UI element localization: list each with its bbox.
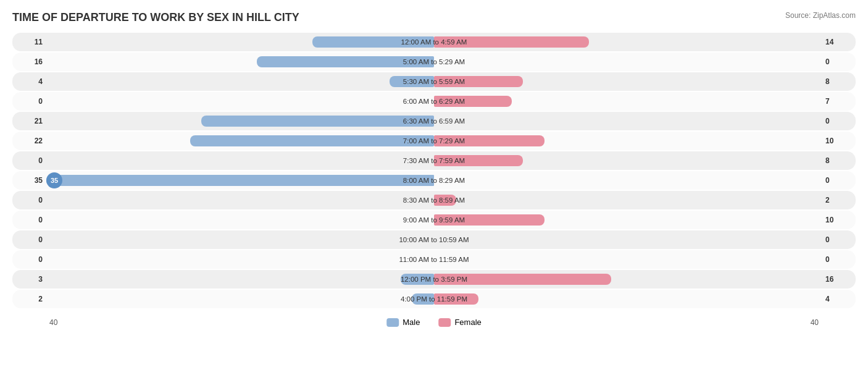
chart-container: TIME OF DEPARTURE TO WORK BY SEX IN HILL…	[0, 0, 868, 367]
male-value-label: 16	[12, 57, 46, 66]
female-value-label: 7	[822, 97, 856, 106]
bar-row: 1605:00 AM to 5:29 AM	[12, 53, 856, 71]
female-swatch	[438, 318, 451, 327]
male-value-label: 3	[12, 275, 46, 284]
bar-row: 22107:00 AM to 7:29 AM	[12, 132, 856, 150]
time-label: 9:00 AM to 9:59 AM	[403, 216, 465, 224]
female-value-label: 0	[822, 235, 856, 244]
female-value-label: 0	[822, 255, 856, 264]
bar-row: 0109:00 AM to 9:59 AM	[12, 211, 856, 229]
bar-inner: 11:00 AM to 11:59 AM	[46, 250, 822, 269]
male-value-label: 11	[12, 38, 46, 46]
time-label: 6:00 AM to 6:29 AM	[403, 98, 465, 105]
bar-inner: 5:00 AM to 5:29 AM	[46, 53, 822, 71]
bar-inner: 7:00 AM to 7:29 AM	[46, 132, 822, 150]
bar-inner: 7:30 AM to 7:59 AM	[46, 151, 822, 170]
bar-row: 0010:00 AM to 10:59 AM	[12, 230, 856, 249]
bar-row: 244:00 PM to 11:59 PM	[12, 290, 856, 308]
bar-row: 2106:30 AM to 6:59 AM	[12, 112, 856, 130]
female-value-label: 4	[822, 295, 856, 303]
time-label: 7:00 AM to 7:29 AM	[403, 137, 465, 145]
bar-inner: 12:00 AM to 4:59 AM	[46, 33, 822, 51]
rows-container: 111412:00 AM to 4:59 AM1605:00 AM to 5:2…	[12, 33, 856, 308]
female-value-label: 8	[822, 156, 856, 165]
male-value-label: 0	[12, 255, 46, 264]
bar-inner: 6:30 AM to 6:59 AM	[46, 112, 822, 130]
axis-left-label: 40	[49, 318, 57, 327]
female-value-label: 14	[822, 38, 856, 46]
female-value-label: 0	[822, 176, 856, 185]
bar-inner: 4:00 PM to 11:59 PM	[46, 290, 822, 308]
male-value-label: 22	[12, 137, 46, 145]
bar-row: 028:30 AM to 8:59 AM	[12, 191, 856, 209]
bar-row: 3508:00 AM to 8:29 AM35	[12, 171, 856, 190]
female-value-label: 10	[822, 216, 856, 224]
male-value-label: 0	[12, 196, 46, 205]
female-value-label: 0	[822, 57, 856, 66]
time-label: 12:00 AM to 4:59 AM	[401, 38, 467, 46]
bar-row: 087:30 AM to 7:59 AM	[12, 151, 856, 170]
male-value-label: 21	[12, 117, 46, 125]
female-value-label: 8	[822, 77, 856, 86]
legend-male: Male	[386, 318, 420, 327]
male-label: Male	[403, 318, 420, 327]
time-label: 4:00 PM to 11:59 PM	[401, 295, 467, 303]
female-value-label: 16	[822, 275, 856, 284]
bar-inner: 8:00 AM to 8:29 AM35	[46, 171, 822, 190]
bar-row: 076:00 AM to 6:29 AM	[12, 92, 856, 111]
male-value-label: 0	[12, 216, 46, 224]
male-bar	[190, 135, 434, 146]
bar-inner: 12:00 PM to 3:59 PM	[46, 270, 822, 289]
chart-area: 111412:00 AM to 4:59 AM1605:00 AM to 5:2…	[12, 33, 856, 327]
legend-female: Female	[438, 318, 481, 327]
male-value-label: 0	[12, 235, 46, 244]
female-value-label: 2	[822, 196, 856, 205]
male-value-label: 4	[12, 77, 46, 86]
bar-row: 31612:00 PM to 3:59 PM	[12, 270, 856, 289]
female-value-label: 10	[822, 137, 856, 145]
bar-inner: 5:30 AM to 5:59 AM	[46, 72, 822, 91]
time-label: 8:30 AM to 8:59 AM	[403, 196, 465, 204]
female-label: Female	[454, 318, 481, 327]
male-bar: 35	[46, 175, 434, 186]
time-label: 11:00 AM to 11:59 AM	[399, 256, 469, 263]
bar-row: 0011:00 AM to 11:59 AM	[12, 250, 856, 269]
bar-inner: 9:00 AM to 9:59 AM	[46, 211, 822, 229]
chart-title: TIME OF DEPARTURE TO WORK BY SEX IN HILL…	[12, 11, 856, 24]
bar-inner: 8:30 AM to 8:59 AM	[46, 191, 822, 209]
time-label: 8:00 AM to 8:29 AM	[403, 177, 465, 184]
axis-right-label: 40	[811, 318, 819, 327]
male-value-label: 0	[12, 156, 46, 165]
legend: Male Female	[386, 318, 482, 327]
bar-row: 111412:00 AM to 4:59 AM	[12, 33, 856, 51]
bar-inner: 6:00 AM to 6:29 AM	[46, 92, 822, 111]
bar-inner: 10:00 AM to 10:59 AM	[46, 230, 822, 249]
male-value-label: 0	[12, 97, 46, 106]
source-text: Source: ZipAtlas.com	[785, 11, 856, 20]
time-label: 5:00 AM to 5:29 AM	[403, 58, 465, 65]
time-label: 6:30 AM to 6:59 AM	[403, 117, 465, 125]
time-label: 10:00 AM to 10:59 AM	[399, 236, 469, 243]
male-bar	[201, 116, 434, 127]
male-value-label: 2	[12, 295, 46, 303]
male-bar-circle-label: 35	[46, 172, 62, 188]
female-value-label: 0	[822, 117, 856, 125]
bar-row: 485:30 AM to 5:59 AM	[12, 72, 856, 91]
male-swatch	[386, 318, 399, 327]
time-label: 12:00 PM to 3:59 PM	[401, 276, 467, 283]
time-label: 7:30 AM to 7:59 AM	[403, 157, 465, 164]
male-value-label: 35	[12, 176, 46, 185]
time-label: 5:30 AM to 5:59 AM	[403, 78, 465, 85]
